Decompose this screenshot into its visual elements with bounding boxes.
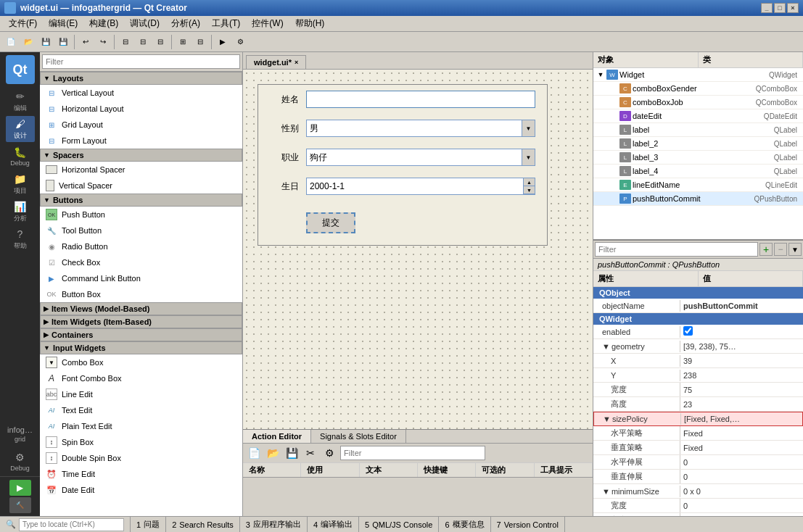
- status-app-output[interactable]: 3 应用程序输出: [240, 517, 308, 532]
- minimize-button[interactable]: _: [761, 3, 773, 13]
- remove-property-button[interactable]: −: [774, 243, 787, 256]
- widget-double-spin-box[interactable]: ↕ Double Spin Box: [40, 450, 242, 466]
- sidebar-item-welcome[interactable]: Qt: [6, 55, 35, 84]
- tree-item-label4[interactable]: L label_4 QLabel: [593, 165, 803, 178]
- prop-height-value[interactable]: 23: [680, 399, 803, 410]
- run-button[interactable]: ▶: [215, 34, 231, 50]
- action-settings-button[interactable]: ⚙: [321, 445, 337, 461]
- spin-up[interactable]: ▲: [523, 178, 535, 186]
- sidebar-item-analyze[interactable]: 📊分析: [6, 199, 35, 225]
- action-new-button[interactable]: 📄: [246, 445, 262, 461]
- menu-edit[interactable]: 编辑(E): [43, 16, 83, 31]
- prop-objectname-value[interactable]: pushButtonCommit: [680, 300, 803, 312]
- sidebar-item-help[interactable]: ?帮助: [6, 226, 35, 252]
- menu-debug[interactable]: 调试(D): [124, 16, 165, 31]
- close-button[interactable]: ×: [787, 3, 799, 13]
- prop-sizepolicy-value[interactable]: [Fixed, Fixed,…: [681, 413, 802, 425]
- widget-command-link[interactable]: ▶ Command Link Button: [40, 270, 242, 286]
- widget-font-combo-box[interactable]: A Font Combo Box: [40, 370, 242, 386]
- sidebar-item-debugrun[interactable]: ⚙Debug: [6, 449, 35, 475]
- widget-plain-text-edit[interactable]: AI Plain Text Edit: [40, 418, 242, 434]
- widget-vertical-layout[interactable]: ⊟ Vertical Layout: [40, 85, 242, 101]
- menu-file[interactable]: 文件(F): [3, 16, 43, 31]
- more-property-button[interactable]: ▼: [788, 243, 802, 256]
- sidebar-item-design[interactable]: 🖌设计: [6, 116, 35, 142]
- tab-action-editor[interactable]: Action Editor: [243, 430, 311, 443]
- category-layouts[interactable]: ▼ Layouts: [40, 72, 242, 85]
- status-qml-console[interactable]: 5 QML/JS Console: [359, 517, 439, 532]
- window-controls[interactable]: _ □ ×: [761, 3, 799, 13]
- category-item-views[interactable]: ▶ Item Views (Model-Based): [40, 302, 242, 315]
- widget-button-box[interactable]: OK Button Box: [40, 286, 242, 302]
- tree-item-label2[interactable]: L label_2 QLabel: [593, 137, 803, 151]
- widget-line-edit[interactable]: abc Line Edit: [40, 386, 242, 402]
- action-delete-button[interactable]: ✂: [302, 445, 318, 461]
- action-save-button[interactable]: 💾: [284, 445, 300, 461]
- design-area[interactable]: 姓名 性别 男 ▼ 职业 狗仔: [243, 70, 593, 429]
- tree-item-label3[interactable]: L label_3 QLabel: [593, 151, 803, 165]
- category-input-widgets[interactable]: ▼ Input Widgets: [40, 341, 242, 354]
- sidebar-item-debug[interactable]: 🐛Debug: [6, 144, 35, 170]
- prop-minheight-value[interactable]: 0: [680, 515, 803, 517]
- status-version-control[interactable]: 7 Version Control: [491, 517, 565, 532]
- menu-widgets[interactable]: 控件(W): [246, 16, 289, 31]
- save-all-button[interactable]: 💾: [55, 34, 71, 50]
- menu-analyze[interactable]: 分析(A): [165, 16, 206, 31]
- combo-gender[interactable]: 男 ▼: [306, 120, 535, 137]
- combo-job-arrow[interactable]: ▼: [522, 149, 535, 165]
- save-button[interactable]: 💾: [38, 34, 54, 50]
- tree-item-label[interactable]: L label QLabel: [593, 123, 803, 137]
- align-center-button[interactable]: ⊟: [152, 34, 168, 50]
- new-button[interactable]: 📄: [3, 34, 19, 50]
- sidebar-item-project[interactable]: 📁项目: [6, 171, 35, 197]
- prop-vstretch-value[interactable]: 0: [680, 471, 803, 483]
- tree-item-dateedit[interactable]: D dateEdit QDateEdit: [593, 109, 803, 123]
- sidebar-item-edit[interactable]: ✏编辑: [6, 88, 35, 115]
- layout-button[interactable]: ⊟: [192, 34, 208, 50]
- action-filter-input[interactable]: [340, 446, 485, 460]
- category-item-widgets[interactable]: ▶ Item Widgets (Item-Based): [40, 315, 242, 328]
- action-open-button[interactable]: 📂: [265, 445, 281, 461]
- widget-form-layout[interactable]: ⊟ Form Layout: [40, 133, 242, 149]
- sidebar-item-infogather[interactable]: infog…grid: [6, 421, 35, 447]
- widget-spin-box[interactable]: ↕ Spin Box: [40, 434, 242, 450]
- widget-push-button[interactable]: OK Push Button: [40, 207, 242, 223]
- grid-button[interactable]: ⊞: [175, 34, 191, 50]
- prop-x-value[interactable]: 39: [680, 355, 803, 367]
- submit-button[interactable]: 提交: [306, 212, 355, 233]
- tree-item-pushbtn[interactable]: P pushButtonCommit QPushButton: [593, 192, 803, 206]
- settings-button[interactable]: ⚙: [232, 34, 248, 50]
- tree-item-combogender[interactable]: C comboBoxGender QComboBox: [593, 82, 803, 96]
- spin-down[interactable]: ▼: [523, 186, 535, 194]
- widget-check-box[interactable]: ☑ Check Box: [40, 254, 242, 270]
- prop-vpolicy-value[interactable]: Fixed: [680, 442, 803, 454]
- combo-gender-arrow[interactable]: ▼: [522, 120, 535, 136]
- widget-tool-button[interactable]: 🔧 Tool Button: [40, 223, 242, 238]
- prop-hstretch-value[interactable]: 0: [680, 457, 803, 468]
- input-name[interactable]: [306, 91, 535, 108]
- widget-time-edit[interactable]: ⏰ Time Edit: [40, 466, 242, 482]
- menu-tools[interactable]: 工具(T): [206, 16, 246, 31]
- status-issues[interactable]: 1 问题: [131, 517, 166, 532]
- widget-horizontal-spacer[interactable]: Horizontal Spacer: [40, 162, 242, 178]
- redo-button[interactable]: ↪: [95, 34, 111, 50]
- tree-item-combojob[interactable]: C comboBoxJob QComboBox: [593, 96, 803, 109]
- add-property-button[interactable]: +: [759, 243, 773, 256]
- prop-minsize-value[interactable]: 0 x 0: [680, 486, 803, 497]
- maximize-button[interactable]: □: [774, 3, 786, 13]
- align-right-button[interactable]: ⊟: [135, 34, 151, 50]
- prop-width-value[interactable]: 75: [680, 384, 803, 396]
- category-containers[interactable]: ▶ Containers: [40, 328, 242, 341]
- enabled-checkbox[interactable]: [683, 326, 693, 336]
- category-buttons[interactable]: ▼ Buttons: [40, 194, 242, 207]
- menu-help[interactable]: 帮助(H): [289, 16, 331, 31]
- tree-item-lineedit[interactable]: E lineEditName QLineEdit: [593, 178, 803, 192]
- align-left-button[interactable]: ⊟: [118, 34, 133, 50]
- category-spacers[interactable]: ▼ Spacers: [40, 149, 242, 162]
- tab-signals-slots[interactable]: Signals & Slots Editor: [311, 430, 406, 443]
- open-button[interactable]: 📂: [20, 34, 36, 50]
- build-button[interactable]: 🔨: [9, 497, 31, 513]
- widget-combo-box[interactable]: ▼ Combo Box: [40, 354, 242, 370]
- prop-y-value[interactable]: 238: [680, 370, 803, 381]
- run-button[interactable]: ▶: [9, 480, 31, 496]
